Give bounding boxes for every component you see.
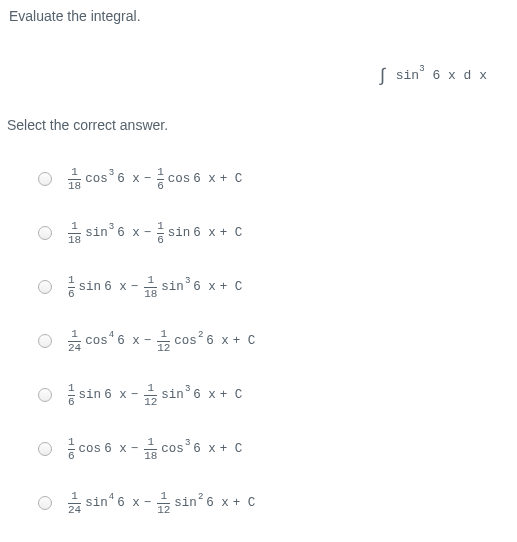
trig-term: cos2	[174, 334, 203, 348]
power: 4	[109, 330, 114, 340]
denominator: 12	[157, 341, 170, 354]
radio-button[interactable]	[38, 388, 52, 402]
denominator: 6	[68, 449, 75, 462]
power: 3	[185, 384, 190, 394]
denominator: 12	[157, 503, 170, 516]
integral-expression: ∫ sin3 6 x d x	[377, 64, 487, 84]
argument: 6 x	[104, 442, 127, 456]
fraction: 16	[68, 437, 75, 462]
argument: 6 x	[193, 442, 216, 456]
numerator: 1	[157, 221, 164, 233]
fraction: 124	[68, 491, 81, 516]
trig-term: sin4	[85, 496, 114, 510]
minus-op: −	[131, 388, 139, 402]
radio-button[interactable]	[38, 172, 52, 186]
constant: + C	[220, 442, 243, 456]
argument: 6 x	[193, 280, 216, 294]
argument: 6 x	[104, 388, 127, 402]
option-expression: 118cos36 x−16cos6 x+ C	[66, 167, 246, 192]
trig-term: sin	[168, 226, 191, 240]
minus-op: −	[131, 442, 139, 456]
argument: 6 x	[104, 280, 127, 294]
fraction: 118	[68, 221, 81, 246]
option-row: 16cos6 x−118cos36 x+ C	[38, 422, 259, 476]
trig-term: sin3	[161, 388, 190, 402]
argument: 6 x	[117, 172, 140, 186]
argument: 6 x	[193, 226, 216, 240]
fraction: 124	[68, 329, 81, 354]
numerator: 1	[71, 491, 78, 503]
power: 2	[198, 492, 203, 502]
radio-button[interactable]	[38, 280, 52, 294]
radio-button[interactable]	[38, 334, 52, 348]
trig-term: cos3	[85, 172, 114, 186]
argument: 6 x	[193, 172, 216, 186]
trig-term: sin3	[85, 226, 114, 240]
fraction: 112	[157, 329, 170, 354]
numerator: 1	[71, 329, 78, 341]
radio-button[interactable]	[38, 442, 52, 456]
option-row: 124cos46 x−112cos26 x+ C	[38, 314, 259, 368]
fraction: 118	[144, 437, 157, 462]
denominator: 18	[144, 287, 157, 300]
argument: 6 x	[117, 496, 140, 510]
integral-power: 3	[419, 64, 424, 74]
power: 3	[109, 168, 114, 178]
argument: 6 x	[117, 334, 140, 348]
trig-term: cos	[168, 172, 191, 186]
constant: + C	[220, 280, 243, 294]
fraction: 112	[157, 491, 170, 516]
power: 4	[109, 492, 114, 502]
denominator: 12	[144, 395, 157, 408]
trig-term: cos	[79, 442, 102, 456]
numerator: 1	[71, 167, 78, 179]
denominator: 18	[68, 233, 81, 246]
option-row: 124sin46 x−112sin26 x+ C	[38, 476, 259, 530]
numerator: 1	[147, 437, 154, 449]
power: 2	[198, 330, 203, 340]
constant: + C	[220, 388, 243, 402]
minus-op: −	[144, 226, 152, 240]
option-expression: 124sin46 x−112sin26 x+ C	[66, 491, 259, 516]
option-row: 118cos36 x−16cos6 x+ C	[38, 152, 259, 206]
fraction: 16	[157, 221, 164, 246]
trig-term: sin	[79, 280, 102, 294]
denominator: 6	[68, 395, 75, 408]
numerator: 1	[157, 167, 164, 179]
fraction: 118	[144, 275, 157, 300]
option-expression: 16sin6 x−118sin36 x+ C	[66, 275, 246, 300]
denominator: 18	[68, 179, 81, 192]
radio-button[interactable]	[38, 226, 52, 240]
fraction: 118	[68, 167, 81, 192]
options-list: 118cos36 x−16cos6 x+ C118sin36 x−16sin6 …	[38, 152, 259, 530]
numerator: 1	[147, 275, 154, 287]
option-row: 16sin6 x−118sin36 x+ C	[38, 260, 259, 314]
constant: + C	[233, 496, 256, 510]
fraction: 16	[68, 383, 75, 408]
numerator: 1	[147, 383, 154, 395]
option-expression: 16sin6 x−112sin36 x+ C	[66, 383, 246, 408]
radio-button[interactable]	[38, 496, 52, 510]
argument: 6 x	[206, 496, 229, 510]
numerator: 1	[160, 329, 167, 341]
option-expression: 16cos6 x−118cos36 x+ C	[66, 437, 246, 462]
option-row: 118sin36 x−16sin6 x+ C	[38, 206, 259, 260]
argument: 6 x	[117, 226, 140, 240]
minus-op: −	[131, 280, 139, 294]
integral-sign: ∫	[377, 66, 388, 86]
fraction: 16	[157, 167, 164, 192]
minus-op: −	[144, 172, 152, 186]
question-text: Evaluate the integral.	[9, 8, 141, 24]
denominator: 24	[68, 503, 81, 516]
minus-op: −	[144, 496, 152, 510]
numerator: 1	[68, 437, 75, 449]
integral-arg: 6 x d x	[432, 68, 487, 83]
argument: 6 x	[193, 388, 216, 402]
constant: + C	[233, 334, 256, 348]
numerator: 1	[160, 491, 167, 503]
numerator: 1	[68, 275, 75, 287]
constant: + C	[220, 172, 243, 186]
fraction: 16	[68, 275, 75, 300]
numerator: 1	[68, 383, 75, 395]
power: 3	[185, 438, 190, 448]
